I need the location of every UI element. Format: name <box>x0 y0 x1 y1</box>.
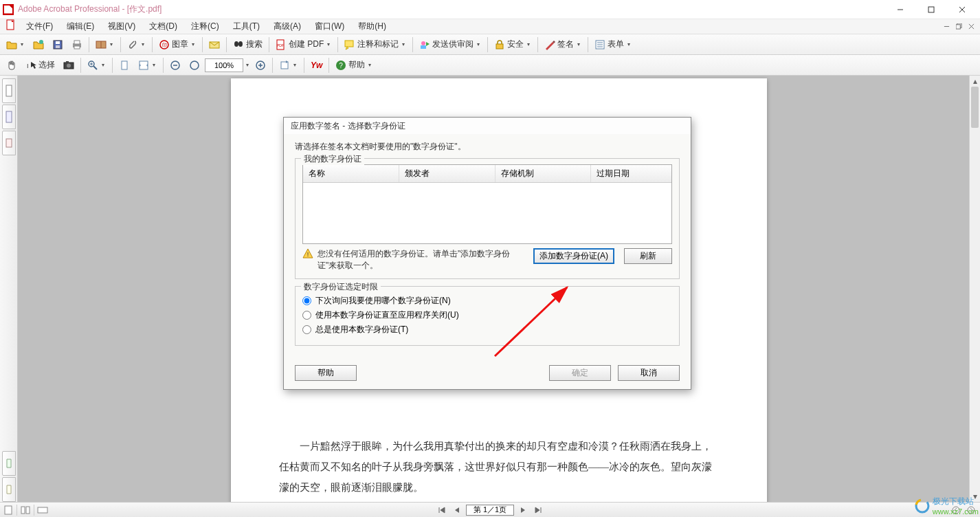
menu-edit[interactable]: 编辑(E) <box>60 19 101 34</box>
col-issuer[interactable]: 颁发者 <box>399 165 495 182</box>
page-spread-icon[interactable] <box>37 505 48 516</box>
nav-tab-bookmarks[interactable] <box>2 104 16 129</box>
new-button[interactable] <box>30 36 47 53</box>
mdi-minimize-button[interactable] <box>940 21 953 32</box>
svg-rect-12 <box>56 41 60 44</box>
radio-ask-input[interactable] <box>302 296 311 305</box>
nav-tab-attachments[interactable] <box>2 451 16 476</box>
next-page-button[interactable] <box>517 505 529 516</box>
watermark: 极光下载站 www.xz7.com <box>915 496 979 516</box>
ok-button[interactable]: 确定 <box>549 365 611 381</box>
zoom-in-button[interactable] <box>252 57 269 74</box>
close-button[interactable] <box>946 0 977 19</box>
col-expiry[interactable]: 过期日期 <box>591 165 671 182</box>
create-pdf-button[interactable]: PDF创建 PDF <box>272 36 335 53</box>
svg-point-47 <box>190 61 199 69</box>
mdi-close-button[interactable] <box>965 21 977 32</box>
menu-file[interactable]: 文件(F) <box>19 19 60 34</box>
hand-tool-button[interactable] <box>3 57 21 74</box>
svg-rect-38 <box>66 61 69 63</box>
forms-label: 表单 <box>608 38 624 50</box>
maximize-button[interactable] <box>915 0 946 19</box>
organizer-button[interactable] <box>92 36 118 53</box>
radio-always[interactable]: 总是使用本数字身份证(T) <box>302 324 672 336</box>
menu-tools[interactable]: 工具(T) <box>226 19 267 34</box>
search-button[interactable]: 搜索 <box>230 36 266 53</box>
add-digital-id-button[interactable]: 添加数字身份证(A) <box>533 248 614 264</box>
print-button[interactable] <box>68 36 86 53</box>
email-button[interactable] <box>205 36 223 53</box>
last-page-button[interactable] <box>532 505 544 516</box>
zoom-dropdown[interactable] <box>245 62 250 68</box>
svg-rect-61 <box>26 507 30 514</box>
svg-text:印: 印 <box>162 43 167 47</box>
snapshot-button[interactable] <box>60 57 78 74</box>
nav-tab-signatures[interactable] <box>2 131 16 155</box>
svg-rect-59 <box>5 506 12 514</box>
cancel-button[interactable]: 取消 <box>618 365 680 381</box>
nav-tab-pages[interactable] <box>2 78 16 103</box>
help-label: 帮助 <box>348 59 365 71</box>
sign-button[interactable]: 签名 <box>541 36 585 53</box>
svg-text:!: ! <box>307 251 309 258</box>
select-label: 选择 <box>38 59 55 71</box>
annotate-label: 注释和标记 <box>357 38 399 50</box>
page-number-input[interactable] <box>466 505 514 516</box>
page-layout-icon[interactable] <box>20 505 31 516</box>
col-storage[interactable]: 存储机制 <box>495 165 592 182</box>
send-review-button[interactable]: 发送供审阅 <box>416 36 485 53</box>
app-icon <box>3 4 14 15</box>
stamp-label: 图章 <box>172 38 188 50</box>
refresh-button[interactable]: 刷新 <box>624 248 672 264</box>
page-size-icon[interactable] <box>3 505 14 516</box>
select-tool-button[interactable]: I选择 <box>22 57 58 74</box>
rotate-button[interactable] <box>276 57 301 74</box>
create-pdf-label: 创建 PDF <box>289 38 324 50</box>
dialog-title: 应用数字签名 - 选择数字身份证 <box>284 118 691 134</box>
mdi-restore-button[interactable] <box>953 21 965 32</box>
warning-icon: ! <box>302 248 313 259</box>
attach-button[interactable] <box>124 36 149 53</box>
zoom-input[interactable] <box>205 58 243 72</box>
nav-tab-comments[interactable] <box>2 477 16 502</box>
radio-always-input[interactable] <box>302 325 311 334</box>
scroll-thumb[interactable] <box>971 87 979 128</box>
fit-page-button[interactable] <box>115 57 133 74</box>
minimize-button[interactable] <box>884 0 915 19</box>
menu-view[interactable]: 视图(V) <box>101 19 142 34</box>
stamp-button[interactable]: 印图章 <box>155 36 199 53</box>
radio-ask-next-time[interactable]: 下次询问我要使用哪个数字身份证(N) <box>302 295 672 307</box>
dialog-help-button[interactable]: 帮助 <box>295 365 357 381</box>
radio-until-close-input[interactable] <box>302 311 311 320</box>
zoom-in-tool-button[interactable] <box>84 57 109 74</box>
menu-comments[interactable]: 注释(C) <box>184 19 226 34</box>
svg-rect-29 <box>421 45 426 49</box>
warning-text: 您没有任何适用的数字身份证。请单击"添加数字身份证"来获取一个。 <box>318 248 524 272</box>
secure-label: 安全 <box>507 38 524 50</box>
yw-button[interactable]: Yw <box>307 57 326 74</box>
svg-rect-54 <box>6 85 12 96</box>
prev-page-button[interactable] <box>451 505 463 516</box>
save-button[interactable] <box>49 36 67 53</box>
annotate-button[interactable]: 注释和标记 <box>341 36 410 53</box>
forms-button[interactable]: 表单 <box>591 36 635 53</box>
radio-until-close[interactable]: 使用本数字身份证直至应用程序关闭(U) <box>302 309 672 321</box>
help-button[interactable]: ?帮助 <box>332 57 376 74</box>
secure-button[interactable]: 安全 <box>491 36 535 53</box>
menu-document[interactable]: 文档(D) <box>142 19 184 34</box>
svg-point-10 <box>39 40 43 44</box>
fit-width-button[interactable] <box>135 57 160 74</box>
menu-advanced[interactable]: 高级(A) <box>267 19 308 34</box>
svg-rect-43 <box>122 61 127 69</box>
svg-rect-16 <box>74 46 80 49</box>
digital-id-table[interactable]: 名称 颁发者 存储机制 过期日期 <box>302 164 672 244</box>
col-name[interactable]: 名称 <box>303 165 399 182</box>
zoom-out-button[interactable] <box>166 57 184 74</box>
zoom-100-button[interactable] <box>186 57 203 74</box>
open-button[interactable] <box>3 36 28 53</box>
vertical-scrollbar[interactable]: ▴ ▾ <box>969 76 980 502</box>
menu-help[interactable]: 帮助(H) <box>351 19 393 34</box>
menu-window[interactable]: 窗口(W) <box>308 19 351 34</box>
scroll-up-icon[interactable]: ▴ <box>970 76 980 87</box>
first-page-button[interactable] <box>436 505 448 516</box>
